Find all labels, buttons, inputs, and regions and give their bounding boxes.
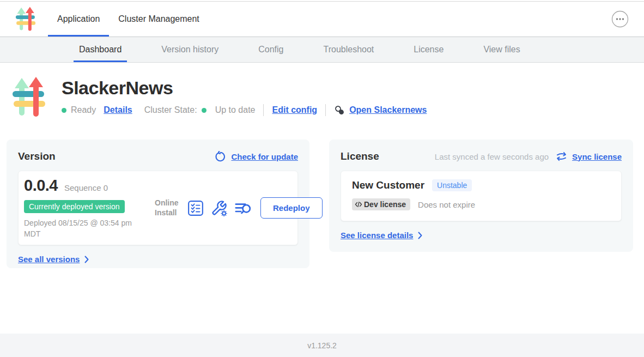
sync-arrows-icon xyxy=(556,152,567,161)
edit-config-link[interactable]: Edit config xyxy=(272,105,317,115)
redeploy-button[interactable]: Redeploy xyxy=(260,197,323,219)
version-card-title: Version xyxy=(18,150,56,162)
code-brackets-icon xyxy=(355,201,362,208)
last-synced-text: Last synced a few seconds ago xyxy=(435,152,549,161)
subnav-license[interactable]: License xyxy=(408,37,449,62)
open-slackernews-label: Open Slackernews xyxy=(349,105,427,115)
sync-license-link[interactable]: Sync license xyxy=(572,152,622,161)
deployed-badge: Currently deployed version xyxy=(24,200,125,213)
license-type-badge: Dev license xyxy=(352,198,410,210)
app-footer: v1.125.2 xyxy=(0,334,644,357)
customer-name: New Customer xyxy=(352,179,424,191)
main-header: Application Cluster Management xyxy=(0,1,644,37)
version-number: 0.0.4 xyxy=(24,177,58,195)
status-dot xyxy=(62,108,66,113)
chevron-right-icon xyxy=(418,232,422,239)
app-status-row: Ready Details Cluster State: Up to date … xyxy=(62,104,427,116)
divider xyxy=(325,104,326,116)
refresh-icon xyxy=(215,151,226,162)
tab-cluster-management[interactable]: Cluster Management xyxy=(109,2,209,37)
dashboard-cards: Version Check for update 0.0.4 Sequence … xyxy=(7,140,633,268)
chevron-right-icon xyxy=(84,256,89,263)
page-title: SlackerNews xyxy=(62,77,427,99)
see-license-details-link[interactable]: See license details xyxy=(341,231,413,240)
current-version-panel: 0.0.4 Sequence 0 Currently deployed vers… xyxy=(18,171,298,245)
chain-link-icon xyxy=(334,105,345,116)
cluster-state-value: Up to date xyxy=(215,105,256,115)
channel-badge: Unstable xyxy=(432,179,472,191)
expiration-text: Does not expire xyxy=(418,200,475,209)
subnav-config[interactable]: Config xyxy=(253,37,289,62)
divider xyxy=(263,104,264,116)
slackernews-logo xyxy=(15,7,36,32)
diff-search-icon[interactable] xyxy=(234,201,251,216)
version-sequence: Sequence 0 xyxy=(64,183,108,192)
checklist-icon[interactable] xyxy=(187,200,204,216)
app-subnav: Dashboard Version history Config Trouble… xyxy=(0,37,644,63)
tab-application[interactable]: Application xyxy=(48,2,109,37)
cluster-status-dot xyxy=(202,108,206,113)
license-card: License Last synced a few seconds ago Sy… xyxy=(329,140,633,252)
check-for-update-link[interactable]: Check for update xyxy=(231,152,298,161)
app-status-text: Ready xyxy=(71,105,96,115)
header-tabs: Application Cluster Management xyxy=(48,2,209,37)
see-all-versions-link[interactable]: See all versions xyxy=(18,255,80,264)
open-slackernews-link[interactable]: Open Slackernews xyxy=(334,105,427,116)
cluster-state-label: Cluster State: xyxy=(144,105,197,115)
subnav-version-history[interactable]: Version history xyxy=(156,37,224,62)
details-link[interactable]: Details xyxy=(104,105,132,115)
app-header: SlackerNews Ready Details Cluster State:… xyxy=(13,76,644,119)
wrench-gear-icon[interactable] xyxy=(211,200,227,216)
ellipsis-icon[interactable] xyxy=(611,10,629,28)
license-panel: New Customer Unstable Dev license Does n… xyxy=(341,171,622,221)
console-version: v1.125.2 xyxy=(307,341,337,350)
version-card: Version Check for update 0.0.4 Sequence … xyxy=(7,140,309,268)
install-type-label: Online Install xyxy=(155,198,181,217)
license-type-label: Dev license xyxy=(364,200,406,209)
slackernews-logo-large xyxy=(13,76,45,119)
license-card-title: License xyxy=(341,150,379,162)
subnav-dashboard[interactable]: Dashboard xyxy=(74,37,127,62)
subnav-view-files[interactable]: View files xyxy=(478,37,525,62)
deployed-timestamp: Deployed 08/15/25 @ 03:54 pm MDT xyxy=(24,218,139,239)
subnav-troubleshoot[interactable]: Troubleshoot xyxy=(318,37,379,62)
